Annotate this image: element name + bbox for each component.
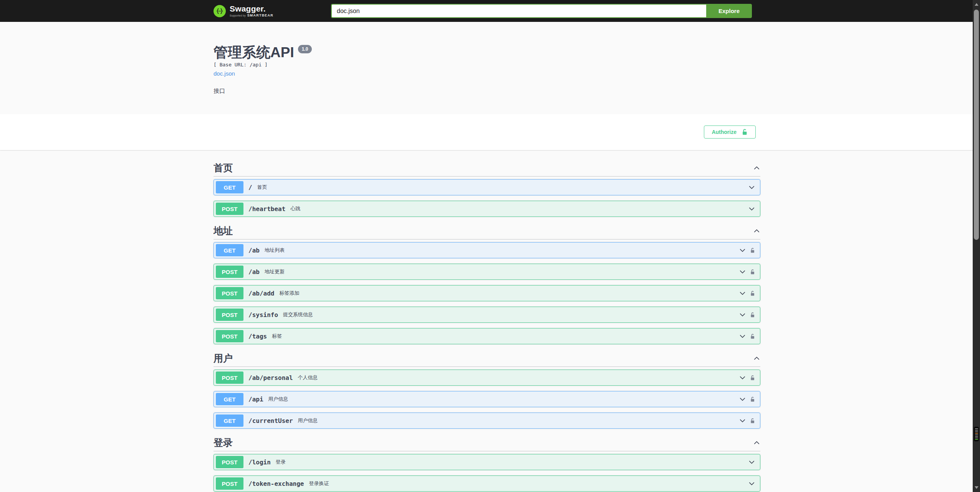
base-url: [ Base URL: /api ] [214,62,980,68]
tag-section-header[interactable]: 首页 [214,159,760,177]
operation-row[interactable]: GET /api 用户信息 [214,391,760,407]
method-badge: GET [216,414,243,427]
chevron-down-icon[interactable] [739,374,746,381]
method-badge: POST [216,203,243,215]
tag-section: 登录 POST /login 登录 POST /token-exchange 登… [214,434,760,492]
section-rows: GET /ab 地址列表 POST /ab 地址更新 [214,239,760,344]
chevron-up-icon[interactable] [753,355,760,362]
chevron-up-icon[interactable] [753,227,760,234]
chevron-down-icon[interactable] [748,459,755,466]
method-badge: POST [216,266,243,278]
operation-summary: 用户信息 [298,417,318,424]
scrollbar-thumb[interactable] [974,10,979,240]
operation-path: /ab/add [248,290,274,297]
brand-name: Swagger. [230,5,273,13]
tagline-brand: SMARTBEAR [247,14,273,17]
lock-icon[interactable] [750,269,755,275]
operation-row[interactable]: POST /ab/add 标签添加 [214,285,760,301]
chevron-down-icon[interactable] [739,247,746,254]
operation-path: /token-exchange [248,480,304,487]
method-badge: GET [216,181,243,193]
swagger-logo-link[interactable]: Swagger. Supported by SMARTBEAR [214,5,331,17]
tag-title: 登录 [214,436,233,449]
chevron-down-icon[interactable] [748,480,755,487]
spec-url-input[interactable] [331,4,706,18]
chevron-down-icon[interactable] [739,396,746,403]
method-badge: POST [216,330,243,342]
lock-icon[interactable] [750,375,755,381]
chevron-down-icon[interactable] [739,333,746,340]
method-badge: POST [216,477,243,490]
unlock-icon [741,129,748,135]
chevron-down-icon[interactable] [748,184,755,191]
tag-title: 地址 [214,225,233,237]
lock-icon[interactable] [750,396,755,402]
operation-path: /login [248,459,271,466]
lock-icon[interactable] [750,291,755,296]
operation-row[interactable]: POST /sysinfo 提交系统信息 [214,307,760,323]
operation-path: /sysinfo [248,311,278,319]
api-title: 管理系统API [214,44,294,61]
chevron-up-icon[interactable] [753,164,760,172]
operation-row[interactable]: POST /token-exchange 登录换证 [214,475,760,492]
section-rows: GET / 首页 POST /heartbeat 心跳 [214,177,760,217]
chevron-down-icon[interactable] [739,268,746,276]
spec-url-form: Explore [331,4,752,18]
spec-link[interactable]: doc.json [214,70,235,77]
tag-section-header[interactable]: 登录 [214,434,760,451]
authorize-label: Authorize [712,129,737,135]
scrollbar-down-arrow-icon[interactable] [975,486,978,489]
method-badge: POST [216,309,243,321]
scrollbar-up-arrow-icon[interactable] [975,3,978,6]
scheme-container: Authorize [0,114,980,150]
chevron-down-icon[interactable] [739,290,746,297]
chevron-down-icon[interactable] [739,417,746,424]
operation-path: / [248,184,252,191]
page-scrollbar[interactable] [973,0,980,492]
operation-row[interactable]: POST /tags 标签 [214,328,760,344]
lock-icon[interactable] [750,418,755,424]
operation-summary: 地址列表 [265,247,285,254]
operation-path: /heartbeat [248,205,285,213]
operation-path: /ab/personal [248,374,293,381]
method-badge: POST [216,287,243,299]
chevron-up-icon[interactable] [753,439,760,446]
operation-path: /ab [248,247,260,254]
operation-summary: 地址更新 [265,268,285,275]
section-rows: POST /ab/personal 个人信息 GET /api 用户信息 [214,367,760,429]
operation-row[interactable]: GET / 首页 [214,179,760,195]
lock-icon[interactable] [750,248,755,253]
operation-row[interactable]: POST /ab 地址更新 [214,264,760,280]
operations-list: 首页 GET / 首页 POST /heartbeat 心跳 [214,150,760,492]
operation-row[interactable]: POST /login 登录 [214,454,760,470]
chevron-down-icon[interactable] [739,311,746,319]
method-badge: POST [216,456,243,468]
section-rows: POST /login 登录 POST /token-exchange 登录换证 [214,451,760,492]
operation-row[interactable]: GET /currentUser 用户信息 [214,413,760,429]
tag-section: 首页 GET / 首页 POST /heartbeat 心跳 [214,159,760,217]
tag-section: 用户 POST /ab/personal 个人信息 [214,350,760,429]
lock-icon[interactable] [750,334,755,339]
tag-section-header[interactable]: 地址 [214,222,760,239]
chevron-down-icon[interactable] [748,205,755,213]
operation-summary: 首页 [257,184,267,191]
operation-path: /api [248,396,263,403]
operation-summary: 标签 [272,333,282,340]
tag-section-header[interactable]: 用户 [214,350,760,367]
explore-button[interactable]: Explore [706,4,752,18]
method-badge: GET [216,244,243,256]
operation-row[interactable]: POST /heartbeat 心跳 [214,201,760,217]
topbar: Swagger. Supported by SMARTBEAR Explore [0,0,980,22]
operation-row[interactable]: GET /ab 地址列表 [214,242,760,258]
operation-path: /currentUser [248,417,293,424]
version-badge: 1.0 [298,45,312,53]
tag-section: 地址 GET /ab 地址列表 [214,222,760,344]
swagger-logo-icon [214,5,226,17]
operation-row[interactable]: POST /ab/personal 个人信息 [214,370,760,386]
lock-icon[interactable] [750,312,755,318]
authorize-button[interactable]: Authorize [704,125,756,139]
method-badge: POST [216,371,243,384]
operation-summary: 提交系统信息 [283,311,313,318]
tagline-prefix: Supported by [230,14,246,17]
operation-summary: 用户信息 [268,396,288,403]
